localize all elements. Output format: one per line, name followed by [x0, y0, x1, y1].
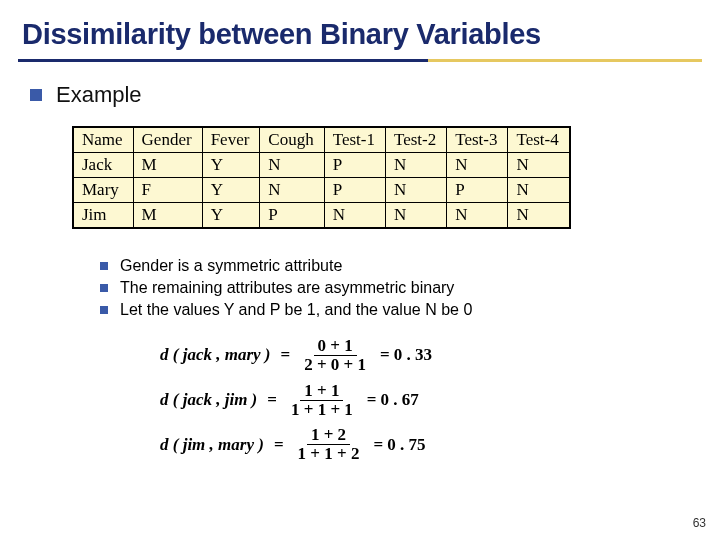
equals-sign: =	[367, 390, 377, 410]
table-cell: P	[260, 203, 324, 228]
equations-block: d ( jack , mary ) = 0 + 1 2 + 0 + 1 = 0 …	[160, 337, 690, 463]
page-title: Dissimilarity between Binary Variables	[0, 0, 720, 59]
equation-lhs: d ( jack , jim )	[160, 390, 257, 410]
table-cell: N	[260, 153, 324, 178]
table-cell: N	[385, 178, 446, 203]
equals-sign: =	[267, 390, 277, 410]
equation-denominator: 1 + 1 + 2	[294, 445, 364, 463]
equation-numerator: 1 + 2	[307, 426, 350, 445]
table-cell: Y	[202, 153, 260, 178]
equation-fraction: 0 + 1 2 + 0 + 1	[300, 337, 370, 374]
table-header-cell: Gender	[133, 128, 202, 153]
table-cell: M	[133, 153, 202, 178]
equation-result: 0 . 67	[381, 390, 419, 410]
table-cell: P	[324, 153, 385, 178]
table-cell: P	[447, 178, 508, 203]
equation-denominator: 2 + 0 + 1	[300, 356, 370, 374]
table-cell: N	[508, 153, 569, 178]
equation-result: 0 . 33	[394, 345, 432, 365]
table-cell: N	[508, 178, 569, 203]
equation-denominator: 1 + 1 + 1	[287, 401, 357, 419]
equation-fraction: 1 + 1 1 + 1 + 1	[287, 382, 357, 419]
page-number: 63	[693, 516, 706, 530]
table-header-cell: Test-2	[385, 128, 446, 153]
bullet-icon	[30, 89, 42, 101]
equals-sign: =	[280, 345, 290, 365]
data-table: Name Gender Fever Cough Test-1 Test-2 Te…	[73, 127, 570, 228]
equation-result: 0 . 75	[387, 435, 425, 455]
table-header-cell: Test-4	[508, 128, 569, 153]
table-cell: N	[324, 203, 385, 228]
example-label: Example	[56, 82, 142, 108]
sub-bullet-item: Gender is a symmetric attribute	[100, 257, 690, 275]
table-cell: N	[447, 203, 508, 228]
table-row: Mary F Y N P N P N	[74, 178, 570, 203]
equation-numerator: 0 + 1	[314, 337, 357, 356]
table-cell: N	[385, 203, 446, 228]
sub-bullet-text: The remaining attributes are asymmetric …	[120, 279, 454, 297]
table-cell: N	[260, 178, 324, 203]
table-cell: P	[324, 178, 385, 203]
table-row: Jack M Y N P N N N	[74, 153, 570, 178]
sub-bullet-list: Gender is a symmetric attribute The rema…	[100, 257, 690, 319]
data-table-wrap: Name Gender Fever Cough Test-1 Test-2 Te…	[72, 126, 571, 229]
equation: d ( jim , mary ) = 1 + 2 1 + 1 + 2 = 0 .…	[160, 426, 690, 463]
bullet-icon	[100, 262, 108, 270]
table-header-cell: Name	[74, 128, 134, 153]
sub-bullet-text: Let the values Y and P be 1, and the val…	[120, 301, 472, 319]
example-bullet-line: Example	[30, 82, 690, 108]
table-cell: N	[385, 153, 446, 178]
table-cell: Y	[202, 203, 260, 228]
table-header-cell: Cough	[260, 128, 324, 153]
equals-sign: =	[373, 435, 383, 455]
table-header-cell: Test-3	[447, 128, 508, 153]
equals-sign: =	[274, 435, 284, 455]
sub-bullet-item: The remaining attributes are asymmetric …	[100, 279, 690, 297]
equals-sign: =	[380, 345, 390, 365]
equation-numerator: 1 + 1	[300, 382, 343, 401]
sub-bullet-item: Let the values Y and P be 1, and the val…	[100, 301, 690, 319]
equation: d ( jack , jim ) = 1 + 1 1 + 1 + 1 = 0 .…	[160, 382, 690, 419]
bullet-icon	[100, 306, 108, 314]
table-header-cell: Fever	[202, 128, 260, 153]
bullet-icon	[100, 284, 108, 292]
sub-bullet-text: Gender is a symmetric attribute	[120, 257, 342, 275]
table-header-row: Name Gender Fever Cough Test-1 Test-2 Te…	[74, 128, 570, 153]
table-cell: Y	[202, 178, 260, 203]
equation-lhs: d ( jim , mary )	[160, 435, 264, 455]
table-cell: F	[133, 178, 202, 203]
table-cell: M	[133, 203, 202, 228]
equation-fraction: 1 + 2 1 + 1 + 2	[294, 426, 364, 463]
equation-lhs: d ( jack , mary )	[160, 345, 270, 365]
table-row: Jim M Y P N N N N	[74, 203, 570, 228]
content-area: Example Name Gender Fever Cough Test-1 T…	[0, 62, 720, 463]
table-cell: N	[447, 153, 508, 178]
table-cell: N	[508, 203, 569, 228]
table-header-cell: Test-1	[324, 128, 385, 153]
table-cell: Jim	[74, 203, 134, 228]
table-cell: Jack	[74, 153, 134, 178]
equation: d ( jack , mary ) = 0 + 1 2 + 0 + 1 = 0 …	[160, 337, 690, 374]
table-cell: Mary	[74, 178, 134, 203]
